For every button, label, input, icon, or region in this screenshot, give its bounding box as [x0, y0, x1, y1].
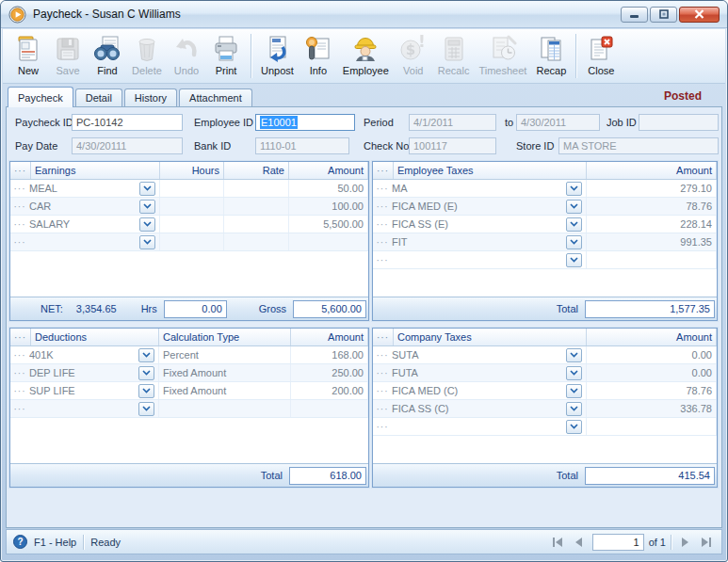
dropdown-button[interactable]: [566, 420, 582, 434]
dropdown-button[interactable]: [566, 217, 582, 232]
cell-calctype[interactable]: Fixed Amount: [159, 364, 291, 381]
row-ellipsis-button[interactable]: ···: [10, 404, 29, 414]
row-ellipsis-button[interactable]: ···: [373, 255, 392, 265]
dropdown-button[interactable]: [566, 200, 582, 214]
cell-rate[interactable]: [224, 233, 289, 250]
column-header-deductions[interactable]: Deductions: [31, 329, 159, 345]
row-name-text[interactable]: SALARY: [29, 218, 139, 230]
cell-amount[interactable]: 991.35: [587, 233, 717, 250]
row-name-text[interactable]: FICA MED (C): [392, 385, 566, 396]
column-header-amount[interactable]: Amount: [587, 329, 717, 345]
cell-amount[interactable]: 78.76: [587, 198, 717, 215]
cell-amount[interactable]: 50.00: [289, 180, 368, 197]
dropdown-button[interactable]: [566, 366, 582, 380]
dropdown-button[interactable]: [566, 402, 582, 416]
row-ellipsis-button[interactable]: ···: [373, 184, 392, 194]
column-header-amount[interactable]: Amount: [291, 329, 368, 345]
toolbar-button-new[interactable]: New: [8, 31, 48, 81]
column-header-amount[interactable]: Amount: [289, 162, 368, 179]
cell-rate[interactable]: [224, 180, 289, 197]
column-header-employee-taxes[interactable]: Employee Taxes: [394, 162, 587, 179]
tab-detail[interactable]: Detail: [75, 88, 122, 106]
column-header-company-taxes[interactable]: Company Taxes: [394, 329, 587, 345]
dropdown-button[interactable]: [138, 402, 154, 416]
column-header-earnings[interactable]: Earnings: [31, 162, 160, 179]
help-hint[interactable]: F1 - Help: [34, 537, 76, 548]
dropdown-button[interactable]: [138, 384, 154, 398]
grid-options-button[interactable]: ···: [10, 329, 31, 345]
cell-calctype[interactable]: Percent: [159, 346, 291, 363]
row-name-text[interactable]: FICA MED (E): [392, 201, 566, 212]
row-ellipsis-button[interactable]: ···: [10, 219, 29, 230]
toolbar-button-print[interactable]: Print: [206, 31, 246, 81]
tab-history[interactable]: History: [124, 88, 177, 106]
dropdown-button[interactable]: [139, 182, 155, 196]
close-window-button[interactable]: [679, 7, 720, 23]
dropdown-button[interactable]: [566, 182, 582, 196]
tab-attachment[interactable]: Attachment: [179, 88, 252, 106]
row-name-text[interactable]: SUP LIFE: [29, 385, 138, 396]
row-ellipsis-button[interactable]: ···: [373, 422, 392, 432]
tab-paycheck[interactable]: Paycheck: [8, 87, 73, 107]
minimize-button[interactable]: [621, 7, 648, 23]
row-ellipsis-button[interactable]: ···: [373, 350, 392, 361]
restore-button[interactable]: [650, 7, 677, 23]
row-name-text[interactable]: FIT: [392, 236, 566, 248]
row-ellipsis-button[interactable]: ···: [373, 237, 392, 248]
column-header-calculation-type[interactable]: Calculation Type: [159, 329, 291, 345]
row-ellipsis-button[interactable]: ···: [10, 237, 29, 248]
column-header-amount[interactable]: Amount: [587, 162, 717, 179]
row-ellipsis-button[interactable]: ···: [10, 350, 29, 361]
cell-amount[interactable]: 100.00: [289, 198, 368, 215]
row-name-text[interactable]: SUTA: [392, 349, 566, 361]
toolbar-button-close[interactable]: Close: [581, 31, 621, 81]
row-ellipsis-button[interactable]: ···: [373, 368, 392, 378]
toolbar-button-info[interactable]: Info: [299, 31, 338, 81]
paycheck-id-field[interactable]: PC-10142: [72, 114, 183, 131]
cell-amount[interactable]: 0.00: [587, 346, 717, 363]
row-ellipsis-button[interactable]: ···: [373, 201, 392, 212]
toolbar-button-find[interactable]: Find: [88, 31, 127, 81]
cell-hours[interactable]: [160, 216, 224, 233]
toolbar-button-employee[interactable]: Employee: [338, 31, 394, 81]
cell-amount[interactable]: 200.00: [291, 382, 368, 399]
cell-amount[interactable]: [291, 400, 368, 417]
toolbar-button-recap[interactable]: Recap: [531, 31, 571, 81]
cell-calctype[interactable]: Fixed Amount: [159, 382, 291, 399]
row-name-text[interactable]: FUTA: [392, 367, 566, 378]
grid-options-button[interactable]: ···: [373, 162, 394, 179]
previous-record-button[interactable]: [571, 534, 588, 551]
next-record-button[interactable]: [676, 534, 693, 551]
row-ellipsis-button[interactable]: ···: [10, 386, 29, 396]
cell-hours[interactable]: [160, 198, 224, 215]
grid-options-button[interactable]: ···: [373, 329, 394, 345]
row-name-text[interactable]: MA: [392, 183, 566, 194]
row-name-text[interactable]: CAR: [29, 201, 139, 212]
cell-amount[interactable]: [587, 418, 717, 435]
dropdown-button[interactable]: [566, 384, 582, 398]
dropdown-button[interactable]: [139, 217, 155, 232]
cell-amount[interactable]: [587, 251, 717, 268]
cell-hours[interactable]: [160, 233, 224, 250]
cell-amount[interactable]: 228.14: [587, 216, 717, 233]
cell-amount[interactable]: 78.76: [587, 382, 717, 399]
row-name-text[interactable]: MEAL: [29, 183, 139, 194]
row-name-text[interactable]: FICA SS (C): [392, 403, 566, 414]
employee-id-field[interactable]: E10001: [255, 114, 355, 131]
row-ellipsis-button[interactable]: ···: [373, 219, 392, 230]
grid-options-button[interactable]: ···: [10, 162, 31, 179]
toolbar-button-unpost[interactable]: Unpost: [256, 31, 299, 81]
cell-rate[interactable]: [224, 198, 289, 215]
dropdown-button[interactable]: [139, 200, 155, 214]
cell-amount[interactable]: 250.00: [291, 364, 368, 381]
dropdown-button[interactable]: [566, 348, 582, 362]
row-ellipsis-button[interactable]: ···: [373, 386, 392, 396]
row-name-text[interactable]: FICA SS (E): [392, 218, 566, 230]
last-record-button[interactable]: [698, 534, 715, 551]
cell-calctype[interactable]: [159, 400, 291, 417]
first-record-button[interactable]: [549, 534, 566, 551]
dropdown-button[interactable]: [139, 235, 155, 249]
column-header-hours[interactable]: Hours: [160, 162, 224, 179]
dropdown-button[interactable]: [566, 253, 582, 267]
dropdown-button[interactable]: [138, 366, 154, 380]
